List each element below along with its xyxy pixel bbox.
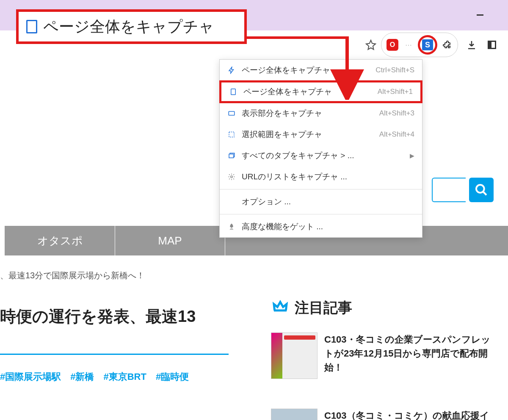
menu-options[interactable]: オプション ... [220,191,422,212]
menu-label: すべてのタブをキャプチャ > ... [242,150,401,161]
menu-capture-all-tabs[interactable]: すべてのタブをキャプチャ > ... ▶ [220,145,422,166]
menu-capture-full-page[interactable]: ページ全体をキャプチャ Alt+Shift+1 [219,80,422,103]
tag-link[interactable]: #新橋 [70,371,94,383]
menu-shortcut: Alt+Shift+1 [378,88,413,96]
extension-group: O ⋯ S [381,33,458,57]
rocket-icon [227,223,236,231]
menu-label: 選択範囲をキャプチャ [242,129,373,140]
bolt-icon [227,66,236,74]
sidepanel-icon[interactable] [485,38,499,52]
breadcrumb: 、最速13分で国際展示場から新橋へ！ [0,270,145,281]
viewport-icon [227,110,236,117]
headline-separator [0,354,229,355]
menu-label: 表示部分をキャプチャ [242,108,373,119]
tab-map[interactable]: MAP [115,226,225,255]
page-icon [26,20,37,33]
svg-rect-1 [229,112,235,115]
crown-icon [271,298,290,318]
tag-link[interactable]: #東京BRT [104,371,146,383]
page-icon [229,88,237,96]
featured-heading-label: 注目記事 [295,298,352,318]
extension-placeholder-icon[interactable]: ⋯ [402,38,415,52]
featured-thumb [271,409,318,420]
menu-label: 高度な機能をゲット ... [242,221,414,232]
screenshot-extension-icon[interactable]: S [418,35,437,55]
menu-separator [220,189,422,189]
search-button[interactable] [469,178,494,202]
menu-label: オプション ... [242,196,414,207]
svg-point-5 [476,185,484,193]
search-input[interactable] [432,178,466,202]
callout-label: ページ全体をキャプチャ [43,16,214,37]
menu-shortcut: Alt+Shift+3 [379,109,414,118]
tab-otaspo[interactable]: オタスポ [5,226,115,255]
article-tags: #国際展示場駅 #新橋 #東京BRT #臨時便 [0,371,189,383]
tabs-icon [227,152,236,159]
svg-rect-3 [229,154,234,158]
chevron-right-icon: ▶ [410,152,414,159]
menu-capture-visible[interactable]: ページ全体をキャプチャ Ctrl+Shift+S [220,60,422,81]
tab-active-indicator [0,226,5,255]
bookmark-star-icon[interactable] [364,38,378,52]
ublock-icon[interactable]: O [386,38,399,52]
article-headline: 時便の運行を発表、最速13 [0,305,196,328]
tag-link[interactable]: #臨時便 [156,371,189,383]
featured-title: C103（冬コミ・コミケ）の献血応援イベントが開催決定！ ― ポスターセットの絵… [324,409,495,420]
menu-advanced[interactable]: 高度な機能をゲット ... [220,216,422,237]
gear-icon [227,173,236,181]
featured-title: C103・冬コミの企業ブースパンフレットが23年12月15日から専門店で配布開始… [324,332,495,379]
selection-icon [227,131,236,138]
minimize-button[interactable] [477,14,483,16]
featured-thumb [271,332,318,379]
featured-item[interactable]: C103（冬コミ・コミケ）の献血応援イベントが開催決定！ ― ポスターセットの絵… [271,409,495,420]
menu-capture-url-list[interactable]: URLのリストをキャプチャ ... [220,166,422,187]
menu-capture-selection[interactable]: 選択範囲をキャプチャ Alt+Shift+4 [220,124,422,145]
svg-point-4 [231,176,233,178]
menu-capture-viewport[interactable]: 表示部分をキャプチャ Alt+Shift+3 [220,103,422,124]
downloads-icon[interactable] [465,38,478,52]
extensions-puzzle-icon[interactable] [440,38,453,52]
menu-label: ページ全体をキャプチャ [243,86,372,97]
featured-heading: 注目記事 [271,298,352,318]
menu-label: ページ全体をキャプチャ [242,65,370,76]
menu-shortcut: Ctrl+Shift+S [375,66,414,74]
svg-rect-0 [231,89,236,95]
featured-item[interactable]: C103・冬コミの企業ブースパンフレットが23年12月15日から専門店で配布開始… [271,332,495,379]
menu-shortcut: Alt+Shift+4 [379,130,414,139]
tag-link[interactable]: #国際展示場駅 [0,371,61,383]
svg-rect-2 [229,132,234,137]
callout-capture-full-page: ページ全体をキャプチャ [16,9,247,44]
menu-separator [220,214,422,214]
screenshot-context-menu: ページ全体をキャプチャ Ctrl+Shift+S ページ全体をキャプチャ Alt… [219,59,422,238]
menu-label: URLのリストをキャプチャ ... [242,171,414,182]
